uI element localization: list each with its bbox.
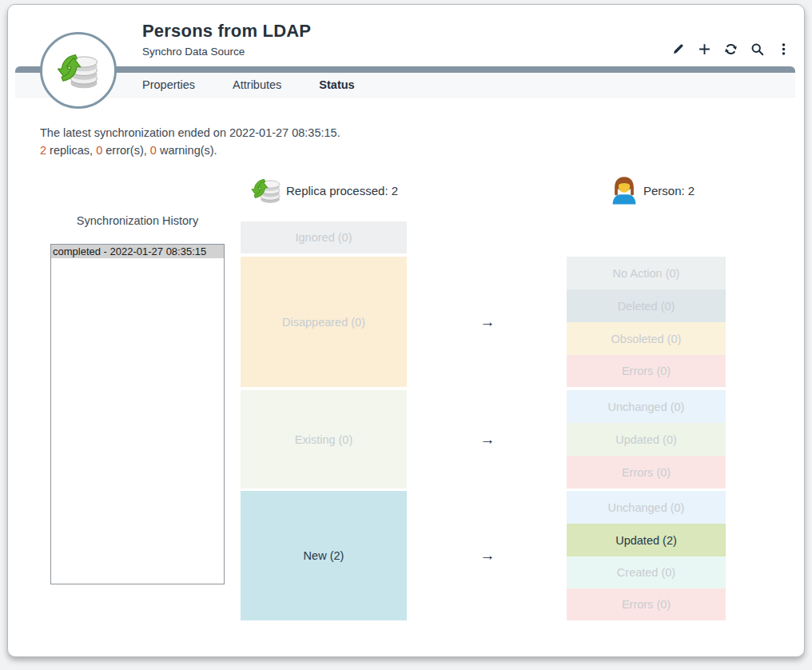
datasource-avatar (40, 32, 117, 109)
summary-line2: 2 replicas, 0 error(s), 0 warning(s). (40, 142, 340, 159)
flow-box-disappeared: Disappeared (0) (241, 257, 407, 387)
flow-box-errors-new: Errors (0) (567, 588, 726, 620)
refresh-icon (724, 42, 738, 56)
arrow-right-icon: → (456, 430, 519, 449)
errors-label: error(s), (102, 144, 150, 157)
tab-strip: Properties Attributes Status (15, 73, 795, 98)
replicas-count: 2 (40, 144, 46, 157)
flow-box-obsoleted: Obsoleted (0) (567, 322, 726, 355)
replica-counter: Replica processed: 2 (286, 184, 398, 197)
page-title: Persons from LDAP (142, 21, 311, 42)
search-icon (750, 42, 764, 56)
tab-properties[interactable]: Properties (142, 78, 195, 91)
edit-button[interactable] (671, 42, 686, 57)
person-counter: Person: 2 (643, 184, 695, 197)
warnings-count: 0 (150, 144, 157, 157)
history-title: Synchronization History (50, 214, 225, 227)
summary-line1: The latest synchronization ended on 2022… (40, 124, 340, 142)
tab-attributes[interactable]: Attributes (233, 78, 281, 91)
flow-box-new: New (2) (241, 491, 407, 620)
flow-box-ignored: Ignored (0) (241, 221, 407, 253)
history-item[interactable]: completed - 2022-01-27 08:35:15 (51, 245, 224, 258)
flow-box-existing: Existing (0) (241, 390, 407, 489)
flow-box-errors-existing: Errors (0) (567, 456, 726, 489)
add-button[interactable] (697, 42, 712, 57)
person-icon (608, 174, 640, 206)
arrow-right-icon: → (456, 546, 519, 565)
flow-box-updated-existing: Updated (0) (567, 423, 726, 456)
kebab-menu-icon (777, 42, 790, 56)
tab-accent-bar (15, 66, 795, 73)
menu-button[interactable] (776, 42, 791, 57)
plus-icon (698, 42, 711, 56)
flow-box-updated-new: Updated (2) (567, 524, 726, 556)
pencil-icon (671, 42, 685, 56)
header-toolbar (671, 42, 791, 57)
flow-box-deleted: Deleted (0) (567, 289, 726, 322)
arrow-right-icon: → (456, 313, 519, 332)
sync-database-icon (56, 48, 101, 93)
page-subtitle: Synchro Data Source (142, 46, 245, 58)
replicas-label: replicas, (46, 144, 96, 157)
history-listbox[interactable]: completed - 2022-01-27 08:35:15 (50, 244, 225, 584)
app-window: Persons from LDAP Synchro Data Source (7, 4, 805, 657)
warnings-label: warning(s). (157, 144, 217, 157)
flow-box-unchanged-new: Unchanged (0) (567, 491, 726, 524)
flow-box-errors-disappeared: Errors (0) (567, 355, 726, 387)
search-button[interactable] (750, 42, 765, 57)
sync-summary: The latest synchronization ended on 2022… (40, 124, 340, 159)
sync-database-icon (250, 174, 282, 206)
flow-box-no-action: No Action (0) (567, 257, 726, 289)
tab-status[interactable]: Status (319, 78, 354, 91)
flow-box-created: Created (0) (567, 556, 726, 588)
flow-box-unchanged-existing: Unchanged (0) (567, 390, 726, 423)
errors-count: 0 (96, 144, 102, 157)
refresh-button[interactable] (723, 42, 738, 57)
